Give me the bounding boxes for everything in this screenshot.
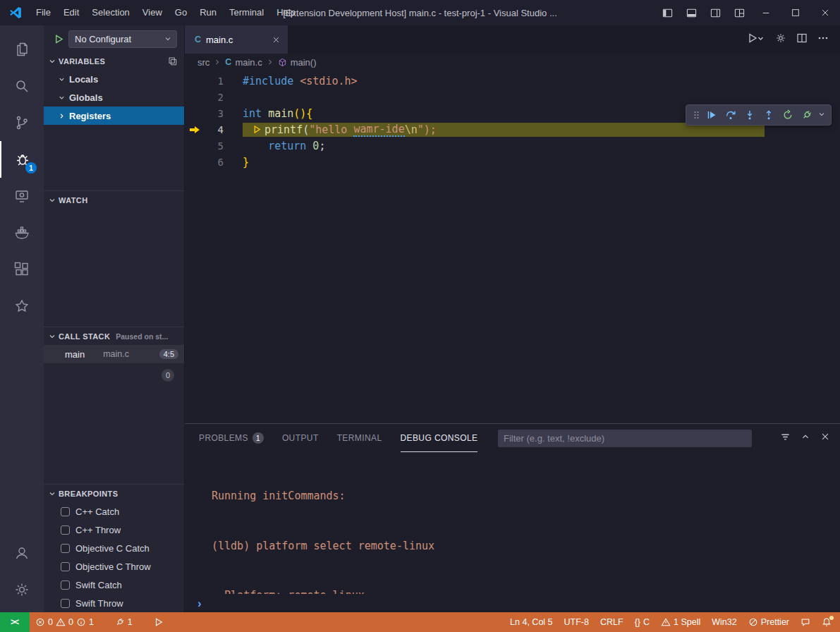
panel-icon[interactable]	[168, 56, 177, 66]
chevron-down-icon[interactable]	[817, 109, 826, 121]
toggle-panel-icon[interactable]	[679, 0, 703, 25]
filter-lines-icon[interactable]	[780, 432, 791, 445]
gear-icon[interactable]	[775, 32, 786, 47]
code-editor[interactable]: 1 #include <stdio.h> 2 3 int main(){ 4	[185, 71, 840, 423]
eol-indicator[interactable]: CRLF	[595, 612, 629, 632]
menu-file[interactable]: File	[30, 0, 57, 25]
feedback-button[interactable]	[795, 612, 816, 632]
tab-debug-console[interactable]: DEBUG CONSOLE	[401, 424, 478, 452]
menu-terminal[interactable]: Terminal	[223, 0, 270, 25]
breakpoint-cpp-catch[interactable]: C++ Catch	[44, 502, 184, 521]
notifications-button[interactable]	[816, 612, 837, 632]
checkbox[interactable]	[61, 507, 70, 516]
breadcrumb-folder[interactable]: src	[197, 57, 209, 68]
variables-scope-registers[interactable]: Registers	[44, 107, 184, 125]
code-line-5[interactable]: 5 return 0;	[185, 138, 840, 154]
activity-source-control[interactable]	[0, 104, 44, 141]
launch-configuration-dropdown[interactable]: No Configurat	[68, 30, 177, 48]
code-line-1[interactable]: 1 #include <stdio.h>	[185, 73, 840, 89]
checkbox[interactable]	[61, 581, 70, 590]
tab-terminal[interactable]: TERMINAL	[337, 424, 382, 452]
breadcrumb-symbol[interactable]: main()	[291, 57, 317, 68]
console-filter-input[interactable]	[498, 430, 752, 447]
breakpoints-header[interactable]: BREAKPOINTS	[44, 485, 184, 502]
tab-main-c[interactable]: C main.c	[185, 25, 288, 54]
start-debugging-button[interactable]	[54, 34, 64, 44]
activity-favorites[interactable]	[0, 288, 44, 324]
drag-grip-icon[interactable]	[691, 109, 701, 121]
tab-output[interactable]: OUTPUT	[282, 424, 319, 452]
remote-indicator[interactable]: ><	[0, 612, 30, 632]
search-icon	[13, 78, 30, 95]
activity-docker[interactable]	[0, 214, 44, 251]
close-panel-icon[interactable]	[820, 432, 830, 444]
problems-indicator[interactable]: 0 0 1	[30, 612, 99, 632]
debug-status-button[interactable]	[148, 612, 169, 632]
breakpoint-objc-throw[interactable]: Objective C Throw	[44, 557, 184, 576]
code-line-6[interactable]: 6 }	[185, 154, 840, 170]
accounts-button[interactable]	[0, 535, 44, 571]
call-stack-header[interactable]: CALL STACK Paused on st...	[44, 327, 184, 345]
breakpoint-cpp-throw[interactable]: C++ Throw	[44, 521, 184, 539]
variables-header[interactable]: VARIABLES	[44, 52, 184, 70]
inline-breakpoint-icon[interactable]	[252, 125, 262, 134]
checkbox[interactable]	[61, 599, 70, 608]
activity-explorer[interactable]	[0, 31, 44, 68]
platform-indicator[interactable]: Win32	[706, 612, 742, 632]
close-button[interactable]	[810, 0, 840, 25]
breakpoint-objc-catch[interactable]: Objective C Catch	[44, 539, 184, 557]
step-into-button[interactable]	[741, 106, 758, 124]
split-editor-icon[interactable]	[796, 32, 808, 47]
tab-problems[interactable]: PROBLEMS1	[199, 424, 264, 452]
restart-button[interactable]	[779, 106, 796, 124]
toggle-secondary-sidebar-icon[interactable]	[703, 0, 727, 25]
minimize-button[interactable]	[751, 0, 781, 25]
formatter-status[interactable]: Prettier	[743, 612, 795, 632]
disconnect-button[interactable]	[798, 106, 815, 124]
cursor-position[interactable]: Ln 4, Col 5	[504, 612, 558, 632]
debug-console-output[interactable]: Running initCommands: (lldb) platform se…	[185, 452, 840, 594]
session-count-badge: 0	[162, 369, 174, 382]
menu-go[interactable]: Go	[169, 0, 193, 25]
breadcrumb-file[interactable]: main.c	[235, 57, 262, 68]
customize-layout-icon[interactable]	[727, 0, 751, 25]
ports-indicator[interactable]: 1	[109, 612, 138, 632]
checkbox[interactable]	[61, 544, 70, 553]
remote-icon: ><	[11, 617, 18, 627]
debug-console-input[interactable]: ›	[185, 594, 840, 612]
code-line-2[interactable]: 2	[185, 89, 840, 105]
menu-selection[interactable]: Selection	[85, 0, 135, 25]
toggle-primary-sidebar-icon[interactable]	[655, 0, 679, 25]
activity-search[interactable]	[0, 68, 44, 104]
spell-checker-status[interactable]: 1 Spell	[655, 612, 706, 632]
breakpoint-swift-throw[interactable]: Swift Throw	[44, 594, 184, 612]
code-token: }	[243, 156, 249, 169]
checkbox[interactable]	[61, 562, 70, 571]
watch-header[interactable]: WATCH	[44, 191, 184, 209]
more-actions-icon[interactable]	[817, 32, 829, 47]
language-mode[interactable]: {}C	[629, 612, 655, 632]
continue-button[interactable]	[703, 106, 720, 124]
close-tab-icon[interactable]	[272, 35, 281, 44]
activity-remote-explorer[interactable]	[0, 178, 44, 214]
variables-scope-locals[interactable]: Locals	[44, 70, 184, 88]
step-over-button[interactable]	[722, 106, 739, 124]
window-controls	[655, 0, 840, 25]
checkbox[interactable]	[61, 525, 70, 535]
maximize-button[interactable]	[781, 0, 810, 25]
menu-view[interactable]: View	[136, 0, 169, 25]
menu-edit[interactable]: Edit	[57, 0, 85, 25]
variables-scope-globals[interactable]: Globals	[44, 88, 184, 107]
breakpoint-swift-catch[interactable]: Swift Catch	[44, 576, 184, 594]
scope-label: Registers	[69, 111, 111, 121]
step-out-button[interactable]	[760, 106, 777, 124]
run-with-dropdown-icon[interactable]	[747, 32, 765, 47]
glyph-margin[interactable]	[185, 126, 204, 134]
stack-frame-row[interactable]: main main.c 4:5	[44, 345, 184, 363]
encoding-indicator[interactable]: UTF-8	[559, 612, 595, 632]
activity-run-and-debug[interactable]: 1	[0, 141, 44, 178]
maximize-panel-icon[interactable]	[801, 432, 810, 444]
settings-button[interactable]	[0, 571, 44, 608]
activity-extensions[interactable]	[0, 251, 44, 288]
menu-run[interactable]: Run	[193, 0, 223, 25]
